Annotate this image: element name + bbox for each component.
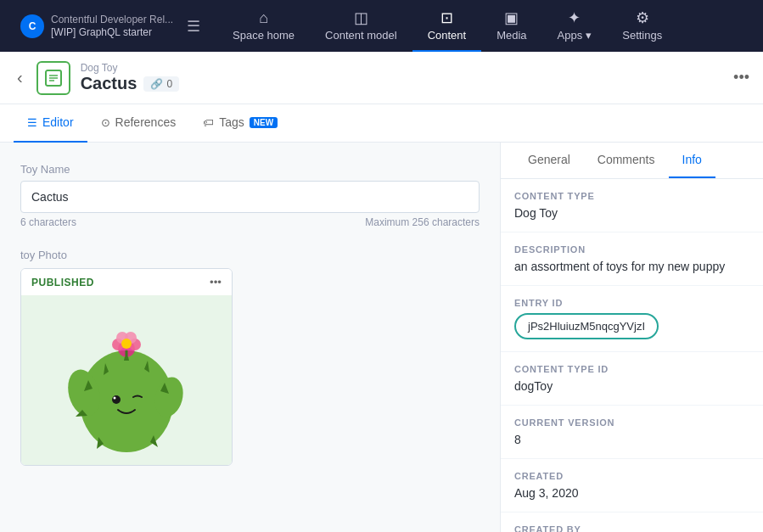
toy-photo-section: toy Photo PUBLISHED ••• — [20, 249, 480, 466]
link-icon: 🔗 — [150, 78, 163, 90]
chevron-down-icon: ▾ — [586, 29, 592, 42]
nav-item-space-home[interactable]: ⌂ Space home — [217, 0, 310, 52]
current-version-key: CURRENT VERSION — [514, 417, 749, 428]
nav-item-media-label: Media — [497, 29, 526, 42]
new-badge: NEW — [250, 117, 278, 128]
description-key: DESCRIPTION — [514, 244, 749, 255]
nav-item-apps-label: Apps — [558, 29, 583, 42]
nav-item-content-label: Content — [428, 29, 467, 42]
toy-photo-label: toy Photo — [20, 249, 480, 261]
entry-id-pill[interactable]: jPs2HluiuzM5nqcgYVjzI — [514, 313, 659, 339]
info-content-type: CONTENT TYPE Dog Toy — [501, 179, 763, 232]
toy-name-field: Toy Name 6 characters Maximum 256 charac… — [20, 163, 480, 228]
right-tab-comments[interactable]: Comments — [584, 143, 669, 178]
info-description: DESCRIPTION an assortment of toys for my… — [501, 232, 763, 286]
references-tab-icon: ⊙ — [101, 116, 110, 129]
nav-item-content-model-label: Content model — [325, 29, 397, 42]
created-by-key: CREATED BY — [514, 524, 749, 532]
brand-area: C Contentful Developer Rel... [WIP] Grap… — [10, 14, 217, 39]
photo-card: PUBLISHED ••• — [20, 268, 233, 466]
info-created-by: CREATED BY Me — [501, 512, 763, 532]
tag-tab-icon: 🏷 — [203, 116, 214, 129]
nav-item-content[interactable]: ⊡ Content — [412, 0, 482, 52]
tab-editor[interactable]: ☰ Editor — [14, 104, 87, 143]
photo-card-menu-button[interactable]: ••• — [210, 276, 222, 288]
current-version-value: 8 — [514, 433, 749, 446]
entry-header: ‹ Dog Toy Cactus 🔗 0 ••• — [0, 52, 763, 104]
more-options-button[interactable]: ••• — [733, 69, 749, 87]
tab-editor-label: Editor — [42, 115, 74, 129]
nav-item-settings[interactable]: ⚙ Settings — [607, 0, 677, 52]
nav-item-space-home-label: Space home — [233, 29, 295, 42]
content-icon: ⊡ — [440, 8, 453, 27]
nav-item-media[interactable]: ▣ Media — [481, 0, 541, 52]
brand-logo: C — [20, 14, 44, 38]
apps-icon: ✦ — [568, 8, 581, 27]
info-entry-id: ENTRY ID jPs2HluiuzM5nqcgYVjzI — [501, 286, 763, 352]
nav-items: ⌂ Space home ◫ Content model ⊡ Content ▣… — [217, 0, 753, 52]
entry-name: Cactus — [81, 74, 137, 93]
tab-tags[interactable]: 🏷 Tags NEW — [189, 104, 291, 143]
home-icon: ⌂ — [259, 9, 268, 27]
content-type-id-value: dogToy — [514, 379, 749, 393]
back-button[interactable]: ‹ — [14, 64, 26, 91]
media-icon: ▣ — [504, 8, 519, 27]
svg-point-16 — [114, 397, 116, 400]
published-badge: PUBLISHED — [31, 277, 94, 288]
info-created: CREATED Aug 3, 2020 — [501, 459, 763, 512]
created-value: Aug 3, 2020 — [514, 486, 749, 500]
entry-id-value: jPs2HluiuzM5nqcgYVjzI — [514, 313, 749, 339]
tab-references[interactable]: ⊙ References — [87, 104, 190, 143]
brand-text: Contentful Developer Rel... [WIP] GraphQ… — [51, 14, 173, 38]
tab-references-label: References — [115, 115, 177, 129]
nav-item-settings-label: Settings — [622, 29, 662, 42]
brand-subtitle: [WIP] GraphQL starter — [51, 26, 173, 38]
left-panel: Toy Name 6 characters Maximum 256 charac… — [0, 143, 501, 532]
content-type-id-key: CONTENT TYPE ID — [514, 364, 749, 374]
photo-image-area — [21, 295, 232, 465]
info-current-version: CURRENT VERSION 8 — [501, 406, 763, 459]
cactus-toy-image — [50, 300, 203, 461]
brand-title: Contentful Developer Rel... — [51, 14, 173, 25]
field-meta: 6 characters Maximum 256 characters — [20, 216, 480, 228]
hamburger-button[interactable]: ☰ — [180, 14, 207, 39]
toy-name-input[interactable] — [20, 181, 480, 213]
entry-icon — [36, 61, 70, 95]
entry-id-key: ENTRY ID — [514, 298, 749, 308]
settings-icon: ⚙ — [636, 8, 649, 27]
max-chars: Maximum 256 characters — [365, 216, 480, 228]
content-type-value: Dog Toy — [514, 206, 749, 220]
right-tab-info[interactable]: Info — [669, 143, 715, 178]
tab-bar: ☰ Editor ⊙ References 🏷 Tags NEW — [0, 104, 763, 143]
nav-item-content-model[interactable]: ◫ Content model — [310, 0, 412, 52]
toy-name-label: Toy Name — [20, 163, 480, 176]
right-tabs: General Comments Info — [501, 143, 763, 179]
main-content: Toy Name 6 characters Maximum 256 charac… — [0, 143, 763, 532]
entry-actions: ••• — [733, 69, 749, 87]
link-badge: 🔗 0 — [143, 76, 179, 92]
photo-card-header: PUBLISHED ••• — [21, 269, 232, 295]
svg-point-15 — [112, 395, 121, 404]
char-count: 6 characters — [20, 216, 76, 228]
svg-point-22 — [121, 339, 132, 349]
link-count: 0 — [166, 78, 172, 90]
content-type-key: CONTENT TYPE — [514, 191, 749, 201]
right-panel: General Comments Info CONTENT TYPE Dog T… — [501, 143, 763, 532]
entry-name-row: Cactus 🔗 0 — [81, 74, 179, 93]
info-content: CONTENT TYPE Dog Toy DESCRIPTION an asso… — [501, 179, 763, 532]
entry-type: Dog Toy — [81, 62, 179, 74]
entry-info: Dog Toy Cactus 🔗 0 — [81, 62, 179, 93]
description-value: an assortment of toys for my new puppy — [514, 260, 749, 273]
tab-tags-label: Tags — [219, 115, 244, 129]
top-navigation: C Contentful Developer Rel... [WIP] Grap… — [0, 0, 763, 52]
content-model-icon: ◫ — [354, 8, 368, 27]
nav-item-apps[interactable]: ✦ Apps ▾ — [542, 0, 608, 52]
right-tab-general[interactable]: General — [514, 143, 584, 178]
created-key: CREATED — [514, 471, 749, 481]
editor-tab-icon: ☰ — [27, 116, 37, 129]
info-content-type-id: CONTENT TYPE ID dogToy — [501, 352, 763, 406]
